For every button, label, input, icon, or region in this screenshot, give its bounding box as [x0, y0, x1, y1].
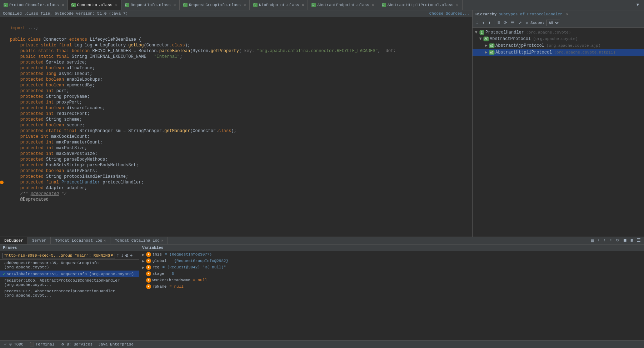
- tree-toggle[interactable]: ▼: [474, 30, 478, 35]
- separator: [494, 20, 494, 26]
- close-icon[interactable]: ✕: [62, 3, 64, 7]
- tab-requestinfo[interactable]: C RequestInfo.class ✕: [121, 0, 180, 10]
- var-expand-toggle[interactable]: ▶: [142, 265, 145, 270]
- class-icon: C: [4, 3, 8, 7]
- tree-toggle[interactable]: ▶: [484, 43, 488, 48]
- close-icon[interactable]: ✕: [372, 3, 374, 7]
- close-icon[interactable]: ✕: [456, 3, 459, 7]
- code-line: protected int port;: [0, 89, 472, 94]
- close-icon[interactable]: ✕: [104, 238, 106, 243]
- close-icon[interactable]: ✕: [174, 3, 176, 7]
- tree-label: AbstractProtocol: [490, 36, 531, 41]
- var-expand-toggle[interactable]: ▶: [142, 252, 145, 257]
- code-line: protected boolean enableLookups;: [0, 77, 472, 83]
- hierarchy-btn-3[interactable]: ⬇: [487, 20, 491, 26]
- scope-dropdown[interactable]: All: [546, 20, 560, 26]
- var-item-worker-thread-name[interactable]: ▶ ● workerThreadName = null: [139, 277, 644, 283]
- code-line: @Deprecated: [0, 197, 472, 203]
- abstract-class-icon: AC: [483, 36, 489, 41]
- var-item-req[interactable]: ▶ ● req = {Request@3042} "R( null)": [139, 264, 644, 271]
- frame-toolbar: *http-nio-8080-exec-5...group "main": RU…: [0, 251, 139, 260]
- status-terminal[interactable]: ⬛ Terminal: [29, 342, 55, 347]
- tree-pkg: (org.apache.coyote.http11): [554, 50, 615, 55]
- debug-action-2[interactable]: ↓: [596, 237, 601, 244]
- var-name: this: [153, 252, 162, 257]
- frame-item-4[interactable]: process:817, AbstractProtocol$Connection…: [0, 288, 139, 299]
- code-content[interactable]: import ...; public class Connector exten…: [0, 17, 472, 237]
- var-name: workerThreadName: [153, 278, 190, 282]
- frame-item-3[interactable]: register:1065, AbstractProtocol$Connecti…: [0, 277, 139, 288]
- tab-connector[interactable]: C Connector.class ✕: [68, 0, 121, 10]
- tree-item-protocol-handler[interactable]: ▼ I ProtocolHandler (org.apache.coyote): [473, 29, 644, 36]
- tree-toggle[interactable]: ▼: [478, 36, 483, 41]
- status-java-enterprise[interactable]: Java Enterprise: [98, 342, 134, 347]
- debug-action-3[interactable]: ↑: [602, 237, 607, 244]
- var-item-this[interactable]: ▶ ● this = {RequestInfo@3077}: [139, 251, 644, 258]
- code-line: protected Service service;: [0, 60, 472, 66]
- variables-title: Variables: [139, 244, 644, 251]
- hierarchy-btn-6[interactable]: ☰: [510, 20, 516, 26]
- tree-item-abstract-protocol[interactable]: ▼ AC AbstractProtocol (org.apache.coyote…: [473, 36, 644, 42]
- svg-text:I: I: [481, 31, 483, 34]
- tree-item-abstract-ajp[interactable]: ▶ AC AbstractAjpProtocol (org.apache.coy…: [473, 42, 644, 49]
- hierarchy-btn-2[interactable]: ⬆: [481, 20, 485, 26]
- frame-item-2[interactable]: ✓ setGlobalProcessor:51, RequestInfo (or…: [0, 271, 139, 277]
- close-icon[interactable]: ✕: [244, 3, 246, 7]
- debug-action-1[interactable]: ▦: [590, 237, 595, 244]
- tab-bar-right: ▼: [631, 2, 644, 8]
- code-line: import ...;: [0, 26, 472, 31]
- tree-item-abstract-http11[interactable]: ▶ AC AbstractHttp11Protocol (org.apache.…: [473, 49, 644, 56]
- var-name: stage: [153, 272, 164, 276]
- thread-dropdown[interactable]: *http-nio-8080-exec-5...group "main": RU…: [2, 253, 115, 258]
- filter-frames-button[interactable]: ⚙: [125, 252, 128, 258]
- tab-abstractendpoint[interactable]: C AbstractEndpoint.class ✕: [308, 0, 378, 10]
- tab-overflow-button[interactable]: ▼: [634, 2, 641, 8]
- status-services[interactable]: ⚙ 8: Services: [60, 342, 93, 347]
- status-bar: ✓ 0 TODO ⬛ Terminal ⚙ 8: Services Java E…: [0, 340, 644, 348]
- tab-server[interactable]: Server: [28, 237, 51, 244]
- close-icon[interactable]: ✕: [115, 3, 118, 7]
- tree-pkg: (org.apache.coyote.ajp): [546, 44, 601, 48]
- debugger-variables-panel: Variables ▶ ● this = {RequestInfo@3077} …: [139, 244, 644, 340]
- frame-label: process:817, AbstractProtocol$Connection…: [4, 289, 136, 298]
- debug-action-6[interactable]: ⏹: [622, 237, 628, 244]
- tree-toggle[interactable]: ▶: [484, 50, 488, 55]
- hierarchy-btn-7[interactable]: ⤢: [517, 20, 523, 26]
- bottom-tab-bar: Debugger Server Tomcat Localhost Log ✕ T…: [0, 237, 644, 244]
- tab-tomcat-catalina[interactable]: Tomcat Catalina Log ✕: [110, 237, 168, 244]
- bottom-tab-actions: ▦ ↓ ↑ ↕ ⟳ ⏹ ▦ ☰: [588, 237, 644, 244]
- debug-action-4[interactable]: ↕: [609, 237, 613, 244]
- tab-abstracthttp11[interactable]: C AbstractHttp11Protocol.class ✕: [378, 0, 463, 10]
- frame-item-1[interactable]: addRequestProcessor:35, RequestGroupInfo…: [0, 260, 139, 271]
- tab-debugger[interactable]: Debugger: [0, 237, 28, 244]
- status-todo[interactable]: ✓ 0 TODO: [3, 342, 24, 347]
- var-value: = null: [169, 284, 184, 289]
- tab-tomcat-localhost[interactable]: Tomcat Localhost Log ✕: [51, 237, 110, 244]
- hierarchy-btn-5[interactable]: ⟳: [503, 20, 508, 26]
- dropdown-arrow: ▼: [111, 253, 113, 258]
- var-item-global[interactable]: ▶ ● global = {RequestGroupInfo@2982}: [139, 258, 644, 264]
- hierarchy-btn-4[interactable]: ≡: [496, 20, 501, 26]
- add-frame-button[interactable]: +: [130, 253, 133, 258]
- step-down-button[interactable]: ↓: [121, 253, 124, 258]
- choose-sources-button[interactable]: Choose Sources...: [429, 11, 469, 16]
- code-line: protected int maxSavePostSize;: [0, 151, 472, 157]
- debug-action-8[interactable]: ☰: [636, 237, 642, 244]
- variables-label: Variables: [142, 246, 163, 250]
- step-up-button[interactable]: ↑: [116, 253, 119, 258]
- var-item-rpname[interactable]: ▶ ● rpName = null: [139, 283, 644, 290]
- svg-text:AC: AC: [490, 51, 494, 54]
- close-icon[interactable]: ✕: [302, 3, 304, 7]
- tree-label: ProtocolHandler: [485, 30, 524, 35]
- tab-requestgroupinfo[interactable]: C RequestGroupInfo.class ✕: [180, 0, 250, 10]
- hierarchy-btn-1[interactable]: ↕: [475, 20, 479, 26]
- tab-nioendpoint[interactable]: C NioEndpoint.class ✕: [250, 0, 308, 10]
- debug-action-7[interactable]: ▦: [630, 237, 634, 244]
- hierarchy-close-button[interactable]: ✕: [566, 12, 569, 16]
- debug-action-5[interactable]: ⟳: [615, 237, 620, 244]
- close-icon[interactable]: ✕: [161, 238, 163, 243]
- var-item-stage[interactable]: ▶ ● stage = 0: [139, 271, 644, 277]
- hierarchy-close-btn[interactable]: ✕: [524, 20, 529, 26]
- var-expand-toggle[interactable]: ▶: [142, 259, 145, 263]
- tab-protocol-handler[interactable]: C ProtocolHandler.class ✕: [0, 0, 68, 10]
